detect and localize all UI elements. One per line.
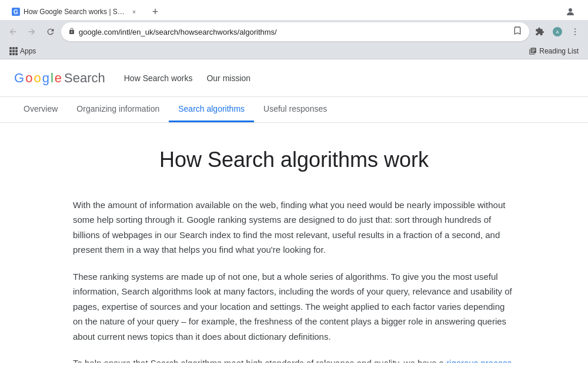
logo-search-text: Search <box>64 71 105 86</box>
svg-text:A: A <box>556 29 559 35</box>
bookmark-button[interactable] <box>513 26 522 38</box>
logo-letter-g2: g <box>42 71 49 86</box>
logo-letter-g: G <box>14 71 24 86</box>
site-nav: How Search works Our mission <box>124 59 250 96</box>
extensions-area <box>562 4 583 20</box>
back-button[interactable] <box>5 24 21 40</box>
logo-letter-o1: o <box>25 71 32 86</box>
bookmarks-bar: Apps Reading List <box>0 45 588 59</box>
paragraph-3: To help ensure that Search algorithms me… <box>73 356 515 363</box>
reading-list-label: Reading List <box>539 47 579 55</box>
subnav-useful-responses[interactable]: Useful responses <box>254 97 336 122</box>
subnav-overview[interactable]: Overview <box>14 97 67 122</box>
logo-letter-e: e <box>55 71 62 86</box>
address-bar-row: google.com/intl/en_uk/search/howsearchwo… <box>0 20 588 45</box>
svg-point-0 <box>569 8 572 12</box>
active-tab[interactable]: G How Google Search works | Se... × <box>5 4 146 20</box>
apps-button[interactable]: Apps <box>5 46 41 56</box>
address-bar[interactable]: google.com/intl/en_uk/search/howsearchwo… <box>61 22 529 41</box>
svg-point-5 <box>574 34 576 35</box>
lock-icon <box>68 28 75 36</box>
svg-point-4 <box>574 31 576 32</box>
forward-button[interactable] <box>24 24 40 40</box>
website: Google Search How Search works Our missi… <box>0 59 588 363</box>
google-logo[interactable]: Google Search <box>14 71 105 86</box>
site-header: Google Search How Search works Our missi… <box>0 59 588 97</box>
new-tab-button[interactable]: + <box>147 4 163 20</box>
profile-button[interactable] <box>562 4 579 20</box>
apps-label: Apps <box>20 47 36 55</box>
nav-how-search-works[interactable]: How Search works <box>124 59 193 96</box>
tab-close-button[interactable]: × <box>129 7 139 16</box>
url-text: google.com/intl/en_uk/search/howsearchwo… <box>79 28 509 36</box>
tab-bar: G How Google Search works | Se... × + <box>0 0 588 20</box>
reading-list-button[interactable]: Reading List <box>524 46 583 56</box>
nav-our-mission[interactable]: Our mission <box>206 59 250 96</box>
browser-chrome: G How Google Search works | Se... × + go… <box>0 0 588 59</box>
extensions-button[interactable] <box>532 24 548 40</box>
page-title: How Search algorithms work <box>73 146 515 174</box>
tab-favicon: G <box>12 8 20 16</box>
menu-button[interactable] <box>567 24 583 40</box>
para3-text-before-link1: To help ensure that Search algorithms me… <box>73 358 446 363</box>
logo-letter-o2: o <box>34 71 41 86</box>
subnav-search-algorithms[interactable]: Search algorithms <box>169 97 254 122</box>
apps-grid-icon <box>9 47 18 55</box>
tab-title: How Google Search works | Se... <box>24 8 126 16</box>
paragraph-2: These ranking systems are made up of not… <box>73 269 515 344</box>
subnav-organizing-information[interactable]: Organizing information <box>67 97 169 122</box>
sub-nav: Overview Organizing information Search a… <box>0 97 588 123</box>
svg-point-3 <box>574 28 576 29</box>
logo-letter-l: l <box>51 71 54 86</box>
rigorous-process-link[interactable]: rigorous process <box>446 358 512 363</box>
paragraph-1: With the amount of information available… <box>73 198 515 257</box>
reload-button[interactable] <box>42 24 59 40</box>
toolbar-icons: A <box>532 24 583 40</box>
main-content: How Search algorithms work With the amou… <box>59 123 529 363</box>
profile-button[interactable]: A <box>549 24 566 40</box>
